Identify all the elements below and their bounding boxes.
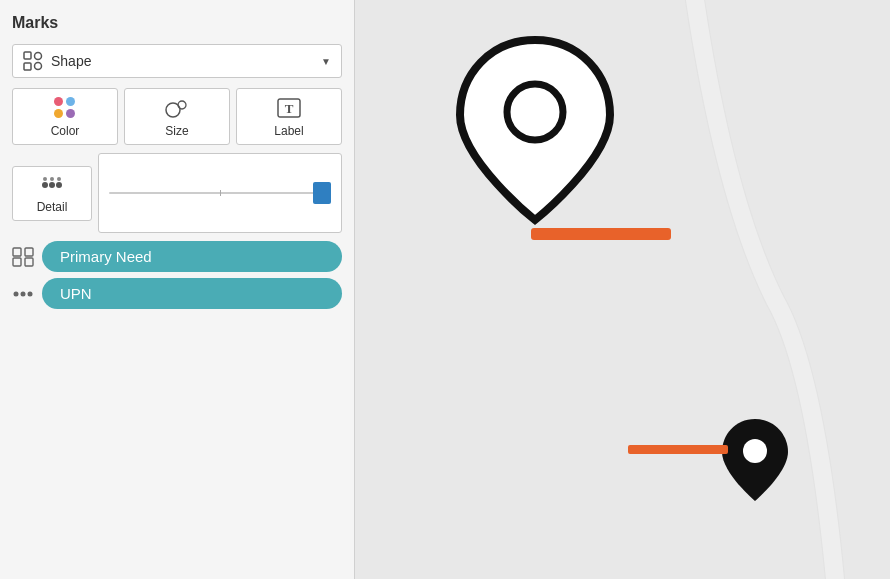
svg-rect-17 [25, 258, 33, 266]
svg-rect-0 [24, 52, 31, 59]
svg-point-8 [42, 182, 48, 188]
size-button[interactable]: Size [124, 88, 230, 145]
primary-need-row: Primary Need [12, 241, 342, 272]
svg-point-10 [56, 182, 62, 188]
color-button-label: Color [51, 124, 80, 138]
svg-point-9 [49, 182, 55, 188]
shape-chip-icon [12, 247, 34, 267]
detail-button[interactable]: Detail [12, 166, 92, 221]
large-pin-bar [531, 228, 671, 240]
svg-text:T: T [285, 101, 294, 116]
map-pin-small [720, 415, 790, 509]
small-pin-svg [720, 415, 790, 505]
size-button-label: Size [165, 124, 188, 138]
primary-need-icon [12, 247, 34, 267]
size-slider-track[interactable] [109, 192, 331, 194]
chips-section: Primary Need UPN [12, 241, 342, 309]
map-road [355, 0, 890, 579]
color-icon [54, 97, 76, 119]
chevron-down-icon: ▼ [321, 56, 331, 67]
upn-row: UPN [12, 278, 342, 309]
svg-point-13 [57, 177, 61, 181]
detail-chip-icon [12, 287, 34, 301]
svg-point-1 [35, 53, 42, 60]
svg-point-5 [178, 101, 186, 109]
detail-button-label: Detail [37, 200, 68, 214]
marks-panel: Marks Shape ▼ Color [0, 0, 355, 579]
shape-dropdown-label: Shape [51, 53, 91, 69]
svg-point-12 [50, 177, 54, 181]
shape-dropdown[interactable]: Shape ▼ [12, 44, 342, 78]
svg-point-18 [14, 291, 19, 296]
svg-point-19 [21, 291, 26, 296]
map-area [355, 0, 890, 579]
large-pin-svg [455, 30, 615, 230]
slider-tick [220, 190, 221, 196]
label-icon: T [276, 97, 302, 119]
detail-icon [39, 175, 65, 195]
upn-icon [12, 287, 34, 301]
map-pin-large [455, 30, 615, 234]
color-button[interactable]: Color [12, 88, 118, 145]
svg-rect-15 [25, 248, 33, 256]
svg-point-11 [43, 177, 47, 181]
svg-point-21 [507, 84, 563, 140]
detail-row: Detail [12, 153, 342, 233]
primary-need-chip[interactable]: Primary Need [42, 241, 342, 272]
svg-rect-2 [24, 63, 31, 70]
svg-point-22 [743, 439, 767, 463]
size-icon [165, 97, 189, 119]
size-slider-box [98, 153, 342, 233]
label-button[interactable]: T Label [236, 88, 342, 145]
label-button-label: Label [274, 124, 303, 138]
slider-thumb[interactable] [313, 182, 331, 204]
svg-point-20 [28, 291, 33, 296]
small-pin-bar [628, 445, 728, 454]
svg-point-3 [35, 63, 42, 70]
shape-dropdown-icon [23, 51, 43, 71]
svg-rect-16 [13, 258, 21, 266]
panel-title: Marks [12, 14, 342, 32]
svg-rect-14 [13, 248, 21, 256]
upn-chip[interactable]: UPN [42, 278, 342, 309]
mark-buttons-row: Color Size T Label [12, 88, 342, 145]
